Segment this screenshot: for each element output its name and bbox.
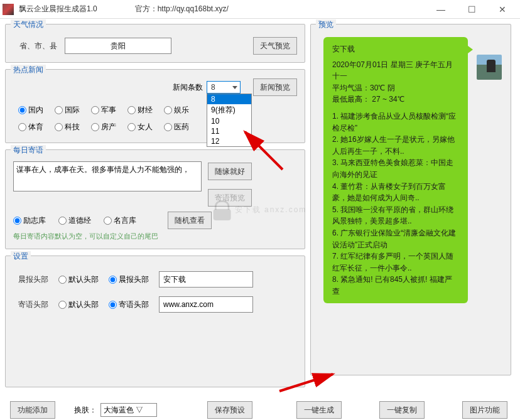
news-item: 6. 广东银行业保险业“清廉金融文化建设活动”正式启动 [332, 227, 459, 250]
skin-label: 换肤： [74, 405, 97, 416]
radio-default-jiyu-header[interactable]: 默认头部 [58, 299, 99, 310]
news-count-dropdown[interactable]: 8 9(推荐) 10 11 12 [207, 94, 252, 147]
add-function-button[interactable]: 功能添加 [10, 401, 55, 419]
dropdown-option[interactable]: 9(推荐) [207, 104, 251, 116]
dropdown-option[interactable]: 11 [207, 126, 251, 136]
radio-military[interactable]: 军事 [91, 105, 116, 116]
jiyu-header-label: 寄语头部 [13, 299, 48, 310]
radio-international[interactable]: 国际 [55, 105, 80, 116]
radio-realestate[interactable]: 房产 [91, 122, 116, 132]
radio-domestic[interactable]: 国内 [18, 105, 43, 116]
settings-group: 设置 晨报头部 默认头部 晨报头部 寄语头部 默认头部 寄语头部 [5, 256, 305, 387]
weather-group: 天气情况 省、市、县 天气预览 [5, 24, 305, 63]
radio-tech[interactable]: 科技 [55, 122, 80, 132]
close-button[interactable]: ✕ [494, 4, 511, 14]
radio-lizhi[interactable]: 励志库 [13, 215, 46, 226]
save-preset-button[interactable]: 保存预设 [207, 401, 252, 419]
news-group: 热点新闻 新闻条数 8 8 9(推荐) 10 11 12 新闻预览 国内 [5, 69, 305, 143]
city-input[interactable] [65, 38, 171, 54]
bottom-toolbar: 功能添加 换肤： 大海蓝色 ▽ 保存预设 一键生成 一键复制 图片功能 [0, 399, 520, 419]
radio-default-header[interactable]: 默认头部 [58, 274, 99, 285]
window-controls: — ☐ ✕ [431, 4, 517, 14]
weather-preview-button[interactable]: 天气预览 [253, 37, 297, 55]
news-category-row2: 体育 科技 房产 女人 医药 [18, 122, 297, 132]
news-item: 4. 董竹君：从青楼女子到百万女富豪，她是如何成为人间奇.. [332, 181, 459, 204]
jiyu-hint: 每日寄语内容默认为空，可以自定义自己的尾巴 [13, 232, 297, 241]
image-function-button[interactable]: 图片功能 [462, 401, 507, 419]
dropdown-option[interactable]: 12 [207, 136, 251, 146]
bubble-range: 最低最高： 27 ~ 34℃ [332, 94, 459, 105]
radio-finance[interactable]: 财经 [127, 105, 153, 116]
skin-select[interactable]: 大海蓝色 ▽ [100, 403, 157, 417]
suiyuan-button[interactable]: 随缘就好 [208, 163, 252, 180]
news-count-label: 新闻条数 [173, 82, 203, 93]
jiyu-textarea[interactable]: 谋事在人，成事在天。很多事情是人力不能勉强的， [13, 161, 202, 191]
radio-women[interactable]: 女人 [127, 122, 153, 132]
jiyu-group: 每日寄语 谋事在人，成事在天。很多事情是人力不能勉强的， 随缘就好 寄语预览 励… [5, 149, 305, 249]
news-item: 7. 红军纪律有多严明，一个英国人随红军长征，一件小事令.. [332, 250, 459, 274]
bubble-temp: 平均气温：30℃ 阴 [332, 82, 459, 94]
dropdown-option[interactable]: 8 [207, 94, 251, 104]
news-preview-button[interactable]: 新闻预览 [253, 78, 297, 96]
titlebar: 飘云企业晨报生成器1.0 官方：http://qy.qq168bt.xyz/ —… [0, 0, 520, 19]
radio-mingyan[interactable]: 名言库 [104, 215, 136, 226]
random-view-button[interactable]: 随机查看 [168, 212, 212, 229]
maximize-button[interactable]: ☐ [463, 4, 481, 14]
radio-sports[interactable]: 体育 [18, 122, 43, 132]
news-item: 1. 福建涉考食品从业人员核酸检测“应检尽检” [332, 110, 459, 134]
app-icon [3, 4, 14, 15]
header-label: 晨报头部 [13, 274, 48, 285]
news-item: 2. 她16岁嫁人生一子是状元，另嫁他人后再生一子，不料.. [332, 134, 459, 157]
city-label: 省、市、县 [13, 41, 57, 51]
jiyu-group-title: 每日寄语 [11, 145, 46, 156]
weather-group-title: 天气情况 [11, 19, 46, 30]
avatar [477, 55, 502, 80]
app-title: 飘云企业晨报生成器1.0 [19, 4, 97, 14]
jiyu-value-input[interactable] [159, 296, 253, 313]
header-value-input[interactable] [159, 271, 253, 288]
radio-daodejing[interactable]: 道德经 [58, 215, 91, 226]
radio-morning-header[interactable]: 晨报头部 [109, 274, 149, 285]
news-item: 5. 我国唯一没有平原的省，群山环绕风景独特，美景超多堪.. [332, 204, 459, 227]
news-category-row1: 国内 国际 军事 财经 娱乐 [18, 105, 297, 116]
jiyu-preview-button[interactable]: 寄语预览 [208, 189, 252, 207]
radio-entertainment[interactable]: 娱乐 [164, 105, 189, 116]
generate-button[interactable]: 一键生成 [296, 401, 342, 419]
bubble-title: 安下载 [332, 43, 459, 55]
radio-jiyu-header[interactable]: 寄语头部 [109, 299, 149, 310]
chat-bubble: 安下载 2020年07月01日 星期三 庚子年五月十一 平均气温：30℃ 阴 最… [323, 37, 468, 303]
settings-group-title: 设置 [11, 251, 31, 262]
official-link[interactable]: 官方：http://qy.qq168bt.xyz/ [135, 4, 229, 14]
minimize-button[interactable]: — [431, 4, 450, 14]
news-group-title: 热点新闻 [11, 65, 46, 75]
dropdown-option[interactable]: 10 [207, 116, 251, 126]
copy-button[interactable]: 一键复制 [379, 401, 425, 419]
preview-group: 预览 安下载 2020年07月01日 星期三 庚子年五月十一 平均气温：30℃ … [310, 24, 511, 375]
news-item: 3. 马来西亚特色美食娘惹菜：中国走向海外的见证 [332, 157, 459, 180]
news-item: 8. 紧急通知! 已有845人被抓! 福建严查 [332, 274, 459, 297]
radio-medicine[interactable]: 医药 [164, 122, 189, 132]
news-count-select[interactable]: 8 8 9(推荐) 10 11 12 [207, 81, 241, 94]
preview-group-title: 预览 [316, 19, 336, 30]
bubble-date: 2020年07月01日 星期三 庚子年五月十一 [332, 59, 459, 82]
